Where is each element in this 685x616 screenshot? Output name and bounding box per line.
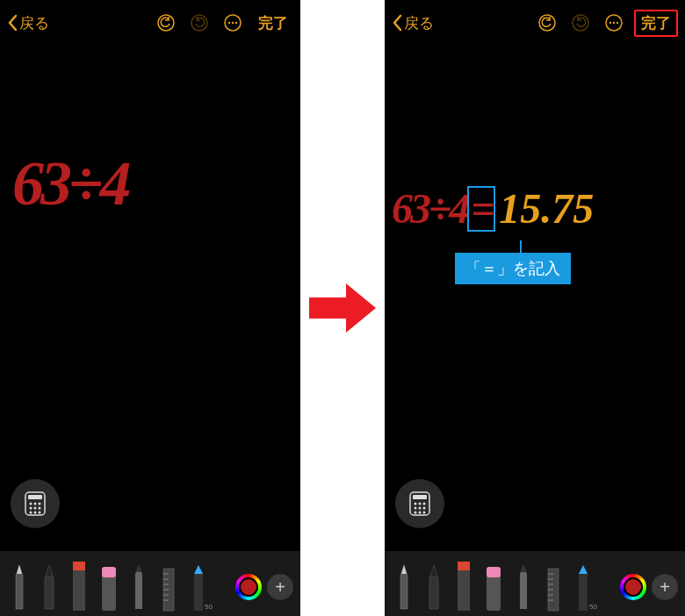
tool-ruler[interactable] <box>156 562 181 612</box>
tool-highlighter[interactable]: 50 <box>571 562 595 612</box>
color-picker[interactable] <box>235 574 262 600</box>
top-bar: 戻る 完了 <box>0 0 300 46</box>
phone-screen-after: 戻る 完了 63÷4 = 15.75 「＝」を記入 <box>385 0 685 616</box>
calculator-icon <box>24 491 47 517</box>
tool-eraser[interactable] <box>481 562 506 612</box>
tool-eraser[interactable] <box>97 562 121 612</box>
handwritten-equation: 63÷4 <box>12 147 128 220</box>
redo-button[interactable] <box>567 10 594 36</box>
chevron-left-icon <box>392 14 402 32</box>
redo-button[interactable] <box>186 10 213 36</box>
svg-rect-17 <box>73 567 85 611</box>
svg-point-40 <box>415 507 417 510</box>
svg-point-10 <box>39 503 41 505</box>
ellipsis-icon <box>223 13 242 32</box>
back-label: 戻る <box>404 13 434 33</box>
back-label: 戻る <box>19 13 49 33</box>
tool-size-label: 50 <box>589 603 597 611</box>
svg-point-32 <box>609 22 611 24</box>
svg-point-45 <box>423 512 426 514</box>
svg-point-5 <box>235 22 237 24</box>
color-picker[interactable] <box>620 574 646 600</box>
drawing-toolbar: 50 + <box>385 551 685 616</box>
add-tool-button[interactable]: + <box>652 574 678 600</box>
svg-point-16 <box>39 512 41 514</box>
equals-sign-highlighted: = <box>467 186 495 232</box>
svg-rect-18 <box>73 562 85 570</box>
svg-point-14 <box>30 512 32 514</box>
tool-ruler[interactable] <box>541 562 566 612</box>
tool-fountain-pen[interactable] <box>37 562 61 612</box>
tool-marker[interactable] <box>67 562 91 612</box>
redo-icon <box>571 13 590 32</box>
svg-point-33 <box>613 22 615 24</box>
svg-rect-36 <box>413 495 427 499</box>
tool-pencil[interactable] <box>511 562 536 612</box>
svg-point-8 <box>30 503 32 505</box>
tool-pen[interactable] <box>392 562 416 612</box>
svg-rect-46 <box>458 567 470 611</box>
svg-point-34 <box>616 22 618 24</box>
drawing-toolbar: 50 + <box>0 551 300 616</box>
back-button[interactable]: 戻る <box>7 13 49 33</box>
tool-size-label: 50 <box>205 603 213 611</box>
svg-point-15 <box>34 512 37 514</box>
svg-point-37 <box>415 503 417 505</box>
svg-point-38 <box>419 503 422 505</box>
svg-point-43 <box>415 512 417 514</box>
svg-point-39 <box>423 503 426 505</box>
back-button[interactable]: 戻る <box>392 13 434 33</box>
svg-point-3 <box>228 22 230 24</box>
undo-button[interactable] <box>153 10 179 36</box>
svg-point-9 <box>34 503 37 505</box>
svg-point-12 <box>34 507 37 510</box>
svg-rect-20 <box>102 567 116 577</box>
tool-fountain-pen[interactable] <box>422 562 446 612</box>
calculated-result: 15.75 <box>499 184 594 233</box>
svg-point-44 <box>419 512 422 514</box>
svg-point-13 <box>39 507 41 510</box>
tool-pen[interactable] <box>7 562 32 612</box>
done-button[interactable]: 完了 <box>253 11 293 35</box>
tool-pencil[interactable] <box>126 562 151 612</box>
tool-marker[interactable] <box>451 562 476 612</box>
svg-rect-7 <box>28 495 42 499</box>
chevron-left-icon <box>7 14 18 32</box>
svg-rect-47 <box>458 562 470 570</box>
svg-point-42 <box>423 507 426 510</box>
svg-point-4 <box>232 22 234 24</box>
more-button[interactable] <box>220 10 246 36</box>
equation-text: 63÷4 <box>392 184 467 233</box>
calculator-icon <box>408 491 431 517</box>
redo-icon <box>190 13 209 32</box>
undo-icon <box>156 13 176 32</box>
calculator-button[interactable] <box>395 479 444 528</box>
add-tool-button[interactable]: + <box>267 574 293 600</box>
drawing-canvas[interactable]: 63÷4 <box>0 46 300 484</box>
arrow-right-icon <box>307 280 378 336</box>
phone-screen-before: 戻る 完了 63÷4 50 + <box>0 0 300 616</box>
tool-highlighter[interactable]: 50 <box>186 562 211 612</box>
svg-point-41 <box>419 507 422 510</box>
calculator-button[interactable] <box>11 479 60 528</box>
annotation-callout: 「＝」を記入 <box>455 253 571 284</box>
svg-point-11 <box>30 507 32 510</box>
more-button[interactable] <box>601 10 627 36</box>
undo-button[interactable] <box>534 10 560 36</box>
done-button-highlighted[interactable]: 完了 <box>634 10 678 37</box>
svg-rect-57 <box>579 574 588 611</box>
top-bar: 戻る 完了 <box>385 0 685 46</box>
handwritten-equation-with-result: 63÷4 = 15.75 <box>392 184 594 233</box>
ellipsis-icon <box>604 13 624 32</box>
svg-rect-49 <box>487 567 501 577</box>
svg-rect-28 <box>194 574 203 611</box>
undo-icon <box>537 13 557 32</box>
drawing-canvas[interactable]: 63÷4 = 15.75 「＝」を記入 <box>385 46 685 484</box>
